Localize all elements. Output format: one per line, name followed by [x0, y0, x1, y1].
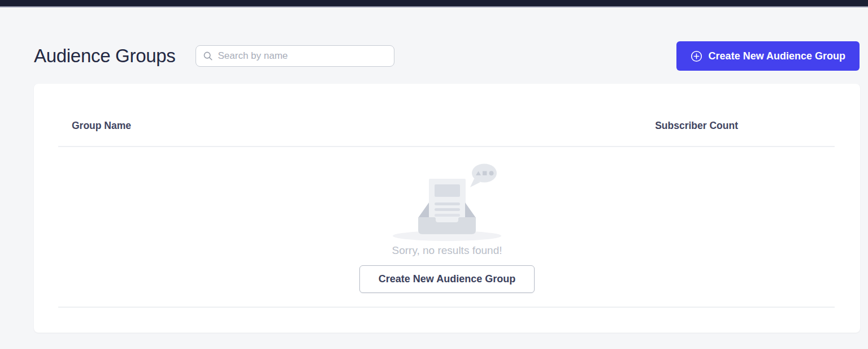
bubble-square-shape — [483, 171, 487, 176]
card-footer-spacer — [34, 308, 860, 333]
column-header-subscriber-count: Subscriber Count — [655, 120, 738, 132]
paper-line — [435, 202, 460, 205]
bubble-circle-shape — [489, 171, 494, 175]
column-header-group-name: Group Name — [72, 120, 131, 132]
table-header-row: Group Name Subscriber Count — [34, 84, 860, 146]
audience-groups-table-card: Group Name Subscriber Count Sorry, n — [34, 84, 860, 333]
create-audience-group-button-label: Create New Audience Group — [709, 50, 845, 62]
tray-left-flap — [418, 202, 429, 218]
page-title: Audience Groups — [34, 45, 176, 67]
tray-right-flap — [465, 202, 476, 218]
empty-state: Sorry, no results found! Create New Audi… — [34, 147, 860, 307]
search-field — [196, 45, 394, 67]
paper-line — [435, 214, 460, 217]
page-header: Audience Groups Create New Audience Grou… — [34, 41, 860, 71]
search-input[interactable] — [196, 45, 394, 67]
create-audience-group-button[interactable]: Create New Audience Group — [676, 41, 860, 71]
empty-state-create-group-button[interactable]: Create New Audience Group — [359, 265, 535, 293]
top-navigation-bar — [0, 0, 868, 7]
plus-circle-icon — [691, 50, 702, 62]
paper-line — [435, 208, 460, 211]
paper-header-block — [435, 184, 460, 197]
empty-inbox-illustration — [390, 157, 504, 242]
empty-state-message: Sorry, no results found! — [392, 244, 502, 257]
